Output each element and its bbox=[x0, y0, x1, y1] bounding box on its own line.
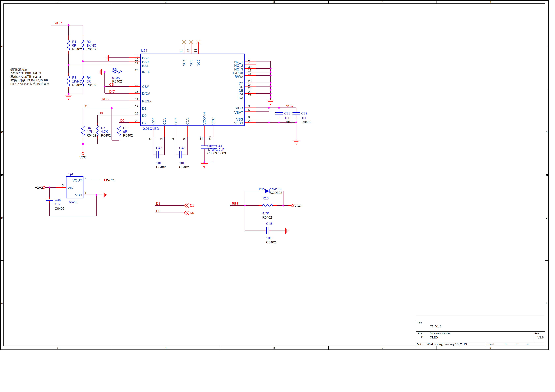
u24-pin-cs: CS# bbox=[142, 85, 149, 88]
u24-pin1-num: 1 bbox=[248, 58, 250, 61]
size-value: B bbox=[421, 335, 423, 339]
net-label-vcc-c38: VCC bbox=[286, 104, 293, 107]
c40-value: 4.7uF bbox=[207, 148, 216, 151]
r7-value: 4.7K bbox=[101, 130, 108, 133]
power-label-vcc-q3: VCC bbox=[107, 179, 114, 182]
vcc-power-icon bbox=[82, 152, 84, 155]
u24-pin16-num: 16 bbox=[248, 72, 251, 75]
r6-ref: R6 bbox=[87, 126, 91, 130]
r2-value: 1K/NC bbox=[87, 44, 96, 47]
r3-ref: R3 bbox=[72, 76, 76, 79]
size-label: Size bbox=[417, 332, 422, 334]
zone-bottom-1: 1 bbox=[490, 347, 491, 349]
q3-pin1-num: 1 bbox=[85, 191, 87, 194]
c44-footprint: C0402 bbox=[55, 207, 65, 210]
u24-pin-bs1: BS1 bbox=[142, 64, 149, 67]
zone-bottom-5: 5 bbox=[57, 347, 58, 349]
u24-pin29-num: 29 bbox=[248, 119, 251, 122]
c44-ref: C44 bbox=[55, 198, 61, 201]
u24-ref: U24 bbox=[141, 49, 147, 52]
u24-pin10-num: 10 bbox=[122, 58, 139, 61]
r6-footprint: R0402 bbox=[87, 134, 96, 137]
offpage-label-d0: D0 bbox=[156, 209, 160, 213]
r4-value: 0R bbox=[87, 80, 91, 83]
u24-pin-d6: D6 bbox=[217, 85, 243, 89]
c38-ref: C38 bbox=[284, 112, 290, 115]
u24-pin-c1n: C1N bbox=[186, 118, 189, 125]
diode-d15[interactable] bbox=[265, 189, 269, 193]
note-line-2: 四线SPI接口焊接: R3,R4 bbox=[10, 72, 41, 74]
net-label-vcc: VCC bbox=[55, 22, 62, 25]
r10-ref: R10 bbox=[263, 197, 269, 200]
rev-value: V1.6 bbox=[538, 336, 544, 339]
resistor-r7 bbox=[96, 125, 99, 136]
zone-right-d: D bbox=[546, 45, 548, 48]
zone-bottom-4: 4 bbox=[165, 347, 167, 349]
r4-footprint: R0402 bbox=[87, 84, 96, 87]
zone-left-b: B bbox=[1, 217, 3, 219]
gnd-icon bbox=[292, 139, 300, 145]
capacitor-c39 bbox=[292, 112, 300, 115]
zone-top-3: 3 bbox=[273, 1, 275, 3]
u24-pin-nc1: NC_1 bbox=[217, 60, 243, 63]
net-label-cs: CS bbox=[109, 83, 114, 86]
u24-pin-nc3: NC_3 bbox=[217, 67, 243, 71]
r2-footprint: R0402 bbox=[87, 48, 96, 51]
u24-pin-d7: D7 bbox=[217, 81, 243, 85]
r8-footprint: R0402 bbox=[123, 134, 133, 137]
u24-pin-nc4: NC4 bbox=[182, 59, 186, 66]
net-label-res-2: RES bbox=[232, 202, 239, 205]
zone-top-5: 5 bbox=[57, 1, 58, 3]
u24-pin-d1: D1 bbox=[142, 107, 146, 110]
u24-pin24-num: 24 bbox=[248, 83, 251, 86]
resistor-r8 bbox=[117, 125, 120, 136]
sheet-number: 3 bbox=[505, 343, 506, 346]
u24-pin8-num: 8 bbox=[248, 116, 250, 119]
left-center-arrow-icon bbox=[1, 174, 4, 176]
r3-footprint: R0402 bbox=[72, 84, 82, 87]
net-label-res: RES bbox=[102, 97, 109, 101]
zone-bottom-3: 3 bbox=[273, 347, 275, 349]
u24-pin12-num: 12 bbox=[122, 54, 139, 58]
u24-pin23-num: 23 bbox=[248, 87, 251, 90]
offpage-arrow-label-d1: D1 bbox=[190, 204, 194, 207]
earth-icon bbox=[103, 192, 106, 198]
date-value: Wednesday, January 16, 2019 bbox=[427, 343, 467, 346]
r1-value: 0R bbox=[72, 44, 76, 47]
c39-ref: C39 bbox=[301, 112, 307, 115]
u24-pin-d4: D4 bbox=[217, 92, 243, 96]
u24-pin-vlss: VLSS bbox=[217, 121, 243, 125]
sheet-total: 4 bbox=[527, 343, 529, 346]
u24-pin-c2n: C2N bbox=[163, 118, 166, 125]
zone-right-c: C bbox=[546, 131, 548, 133]
offpage-connector-icons[interactable] bbox=[184, 203, 189, 215]
c39-footprint: C0402 bbox=[302, 120, 311, 124]
resistor-r1 bbox=[67, 40, 70, 51]
r3-value: 1K/NC bbox=[72, 80, 82, 83]
r4-ref: R4 bbox=[87, 76, 91, 79]
c41-ref: C41 bbox=[216, 144, 222, 148]
vcc-power-icon bbox=[104, 179, 107, 181]
u24-pin-vbat: VBAT bbox=[217, 111, 243, 114]
q3-value: 662K bbox=[69, 200, 77, 204]
u24-pin-rw: R/W# bbox=[217, 75, 243, 78]
u24-pin32-num: 32 bbox=[187, 49, 190, 52]
r1-ref: R1 bbox=[72, 40, 76, 43]
u24-pin4-num: 4 bbox=[171, 138, 175, 140]
capacitor-c38 bbox=[275, 112, 283, 115]
c38-footprint: C0402 bbox=[285, 120, 294, 124]
u24-value: 0.96OLED bbox=[143, 127, 159, 130]
u24-pin-vss: VSS bbox=[217, 118, 243, 121]
u24-pin26-num: 26 bbox=[122, 69, 139, 72]
capacitor-c45 bbox=[266, 227, 268, 234]
u24-pin-iref: IREF bbox=[142, 70, 150, 74]
u24-pin17-num: 17 bbox=[248, 69, 251, 72]
q3-pin3-num: 3 bbox=[62, 184, 64, 187]
sheet-label: Sheet bbox=[486, 343, 494, 346]
u24-pin22-num: 22 bbox=[248, 90, 251, 93]
gnd-symbols bbox=[65, 94, 300, 168]
note-line-4: IIC接口焊接: R1,R4,R6,R7,R8 bbox=[10, 79, 48, 82]
zone-left-d: D bbox=[1, 45, 3, 48]
d15-value: 1N4148 bbox=[270, 188, 281, 191]
r10-value: 4.7K bbox=[262, 212, 269, 215]
